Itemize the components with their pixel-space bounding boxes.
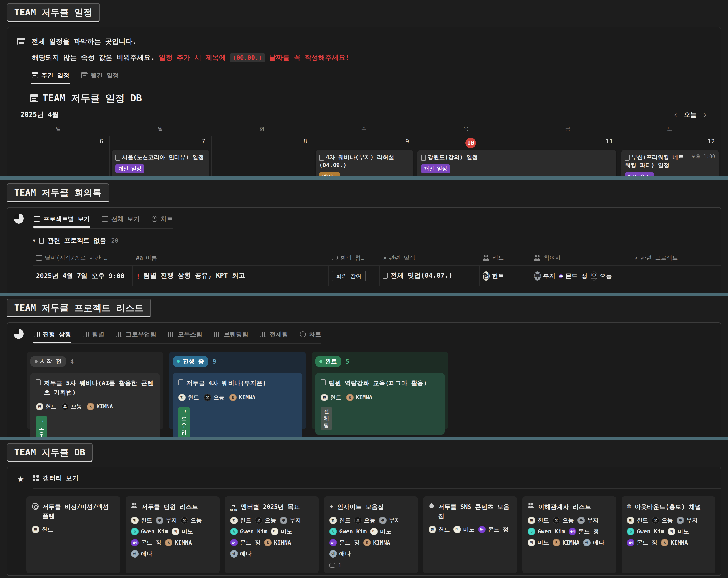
project-card[interactable]: 저두클 4차 웨비나(부지은)헌헌트으으농KKIMNA그로우업팀웨비나 bbox=[173, 373, 302, 437]
member: 헌헌트 bbox=[131, 517, 152, 524]
member-name: 몬드 정 bbox=[240, 539, 260, 546]
member: 미미노 bbox=[370, 528, 391, 535]
kanban-board: 시작 전4저두클 5차 웨비나(AI를 활용한 콘텐츠 기획법)헌헌트으으농KK… bbox=[7, 344, 721, 429]
event-title: 강원도(강의) 일정 bbox=[421, 153, 613, 161]
member-name: 미노 bbox=[380, 528, 391, 535]
cell-related-project[interactable] bbox=[631, 266, 721, 286]
gallery-card[interactable]: 이해관계자 리스트헌헌트으으농부부지GGwen Kim원석몬드 정미미노KKIM… bbox=[522, 496, 616, 573]
minutes-tab-전체 보기[interactable]: 전체 보기 bbox=[102, 215, 139, 223]
avatar: 으 bbox=[181, 517, 188, 524]
calendar-event-card[interactable]: 강원도(강의) 일정개인 일정 bbox=[417, 150, 616, 176]
cell-lead[interactable]: 헌헌트 bbox=[480, 266, 531, 286]
calendar-event-card[interactable]: 오후 1:00부산(프리워킹 네트워킹 파티) 일정개인 일정 bbox=[621, 150, 719, 176]
today-button[interactable]: 오늘 bbox=[684, 111, 697, 119]
project-card[interactable]: 저두클 5차 웨비나(AI를 활용한 콘텐츠 기획법)헌헌트으으농KKIMNA그… bbox=[30, 373, 160, 437]
gallery-card[interactable]: →멤버별 2025년 목표헌헌트으으농부부지GGwen Kim미미노원석몬드 정… bbox=[225, 496, 319, 573]
project-title-text: 저두클 5차 웨비나(AI를 활용한 콘텐츠 기획법) bbox=[44, 379, 154, 397]
calendar-day-cell[interactable]: 8 bbox=[211, 136, 313, 176]
status-label: 진행 중 bbox=[183, 357, 204, 365]
table-icon bbox=[116, 332, 122, 337]
projects-tab-팀별[interactable]: 팀별 bbox=[83, 330, 104, 338]
cell-date[interactable]: 2025년 4월 7일 오후 9:00 bbox=[33, 266, 133, 286]
people-icon bbox=[528, 503, 535, 508]
column-header-참여자[interactable]: 참여자 bbox=[531, 252, 631, 265]
next-month-button[interactable]: › bbox=[703, 110, 707, 119]
doc-icon bbox=[383, 273, 388, 279]
prev-month-button[interactable]: ‹ bbox=[673, 110, 678, 119]
day-number: 7 bbox=[110, 138, 211, 149]
calendar-event-card[interactable]: 4차 웨비나(부지) 리허설 (04.09.)웨비나 bbox=[315, 150, 413, 176]
avatar: K bbox=[553, 539, 560, 546]
calendar-day-cell[interactable]: 7서울(노션코리아 인터뷰) 일정개인 일정 bbox=[109, 136, 211, 176]
projects-tab-차트[interactable]: 차트 bbox=[300, 330, 321, 338]
column-header-관련 일정[interactable]: ↗관련 일정 bbox=[380, 252, 480, 265]
minutes-tab-차트[interactable]: 차트 bbox=[152, 215, 173, 223]
projects-tab-전체팀[interactable]: 전체팀 bbox=[260, 330, 288, 338]
gallery-view-tab[interactable]: 갤러리 보기 bbox=[33, 474, 78, 483]
projects-tab-그로우업팀[interactable]: 그로우업팀 bbox=[116, 330, 156, 338]
member-name: 몬드 정 bbox=[339, 539, 360, 546]
avatar: 부 bbox=[577, 517, 585, 524]
calendar-day-cell[interactable]: 94차 웨비나(부지) 리허설 (04.09.)웨비나 bbox=[313, 136, 415, 176]
schedule-tab-월간 일정[interactable]: 월간 일정 bbox=[81, 72, 119, 80]
minutes-tab-프로젝트별 보기[interactable]: 프로젝트별 보기 bbox=[34, 215, 90, 223]
projects-tab-브랜딩팀[interactable]: 브랜딩팀 bbox=[214, 330, 248, 338]
column-header-날짜(시작/종료 시간 …[interactable]: 날짜(시작/종료 시간 … bbox=[33, 252, 133, 265]
avatar: K bbox=[229, 394, 237, 401]
meeting-name-link[interactable]: 팀별 진행 상황 공유, KPT 회고 bbox=[143, 271, 245, 281]
weekday-label: 토 bbox=[619, 125, 721, 132]
kanban-column-header: 시작 전4 bbox=[30, 356, 160, 367]
avatar: 으 bbox=[204, 394, 211, 401]
status-pill[interactable]: 완료 bbox=[315, 356, 341, 367]
member: 으으농 bbox=[652, 517, 673, 524]
member: KKIMNA bbox=[363, 539, 390, 546]
calendar-day-cell[interactable]: 12오후 1:00부산(프리워킹 네트워킹 파티) 일정개인 일정 bbox=[619, 136, 721, 176]
event-title: 오후 1:00부산(프리워킹 네트워킹 파티) 일정 bbox=[625, 153, 715, 169]
project-tag: 그로우업팀 bbox=[36, 416, 47, 437]
avatar: G bbox=[627, 528, 634, 535]
project-card[interactable]: 팀원 역량강화 교육(피그마 활용)헌헌트KKIMNA전체팀 bbox=[315, 373, 445, 435]
column-header-이름[interactable]: Aa이름 bbox=[133, 252, 329, 265]
gallery-card[interactable]: 저두클 비전/미션/액션 플랜헌헌트 bbox=[26, 496, 120, 573]
schedule-tab-주간 일정[interactable]: 주간 일정 bbox=[32, 72, 69, 80]
join-meeting-button[interactable]: 회의 참여 bbox=[332, 271, 366, 281]
gallery-card[interactable]: 저두클 팀원 리스트헌헌트부부지으으농GGwen Kim미미노원석몬드 정KKI… bbox=[126, 496, 219, 573]
calendar-day-cell[interactable]: 6 bbox=[7, 136, 109, 176]
minutes-container: 프로젝트별 보기전체 보기차트 ▼ 관련 프로젝트 없음 20 날짜(시작/종료… bbox=[7, 207, 721, 293]
avatar: G bbox=[230, 528, 238, 535]
member: 미미노 bbox=[453, 526, 474, 533]
column-header-관련 프로젝트[interactable]: ↗관련 프로젝트 bbox=[631, 252, 721, 265]
member-name: 미노 bbox=[538, 539, 549, 546]
kanban-column-시작 전: 시작 전4저두클 5차 웨비나(AI를 활용한 콘텐츠 기획법)헌헌트으으농KK… bbox=[27, 352, 163, 429]
doc-icon bbox=[36, 380, 41, 385]
member: 으으농 bbox=[553, 517, 574, 524]
board-icon bbox=[34, 332, 40, 337]
gallery-card[interactable]: ☎아웃바운드(홍보) 채널헌헌트으으농부부지GGwen Kim미미노원석몬드 정… bbox=[622, 496, 716, 573]
calendar-event-card[interactable]: 서울(노션코리아 인터뷰) 일정개인 일정 bbox=[112, 150, 209, 176]
status-pill[interactable]: 진행 중 bbox=[173, 356, 208, 367]
column-header-회의 참…[interactable]: 회의 참… bbox=[329, 252, 380, 265]
event-title: 4차 웨비나(부지) 리허설 (04.09.) bbox=[319, 153, 409, 169]
column-header-리드[interactable]: 리드 bbox=[480, 252, 531, 265]
member: 원석몬드 정 bbox=[131, 539, 161, 546]
status-pill[interactable]: 시작 전 bbox=[30, 356, 66, 367]
date-format-code: (00.00.) bbox=[230, 53, 265, 62]
member: 애애나 bbox=[230, 550, 251, 557]
cell-name[interactable]: ! 팀별 진행 상황 공유, KPT 회고 bbox=[133, 266, 329, 286]
projects-tab-모두스팀[interactable]: 모두스팀 bbox=[168, 330, 202, 338]
gallery-card[interactable]: ★인사이트 모음집헌헌트으으농부부지GGwen Kim미미노원석몬드 정KKIM… bbox=[324, 496, 418, 573]
project-card-title: 저두클 5차 웨비나(AI를 활용한 콘텐츠 기획법) bbox=[36, 379, 154, 397]
cell-participants[interactable]: 부부지원석몬드 정으으농 bbox=[531, 266, 631, 286]
member: 원석몬드 정 bbox=[558, 272, 588, 280]
project-card-title: 저두클 4차 웨비나(부지은) bbox=[178, 379, 297, 388]
projects-tab-진행 상황[interactable]: 진행 상황 bbox=[34, 330, 71, 338]
member: 애애나 bbox=[131, 550, 152, 557]
related-schedule-link[interactable]: 전체 밋업(04.07.) bbox=[383, 271, 452, 281]
group-toggle[interactable]: ▼ 관련 프로젝트 없음 20 bbox=[33, 236, 721, 245]
gallery-card[interactable]: 저두클 SNS 콘텐츠 모음집헌헌트미미노원석몬드 정 bbox=[423, 496, 517, 573]
member: 미미노 bbox=[668, 528, 689, 535]
calendar-day-cell[interactable]: 10강원도(강의) 일정개인 일정 bbox=[415, 136, 517, 176]
member-name: KIMNA bbox=[356, 394, 372, 401]
status-label: 완료 bbox=[325, 357, 337, 365]
tab-label: 전체팀 bbox=[269, 330, 288, 338]
